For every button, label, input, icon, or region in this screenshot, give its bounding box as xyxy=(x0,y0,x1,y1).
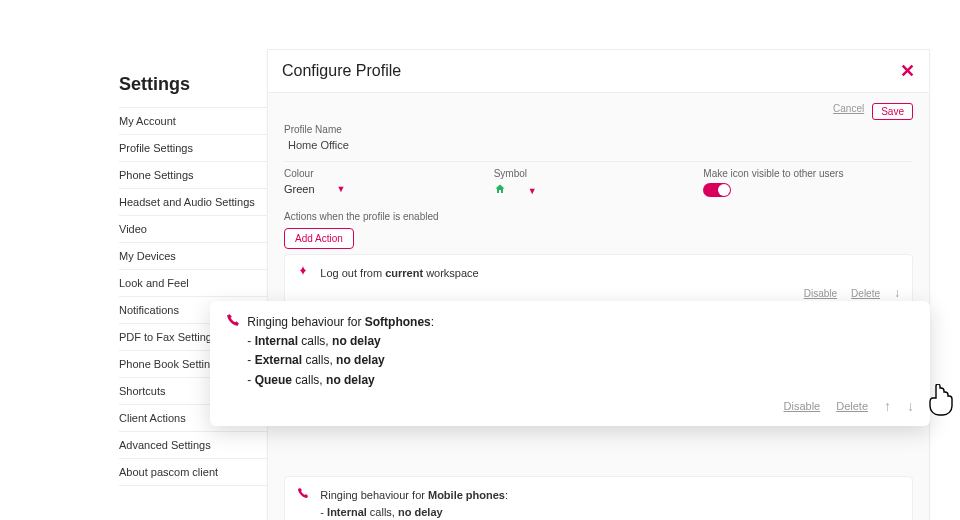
symbol-dropdown[interactable]: ▼ xyxy=(494,179,704,198)
phone-icon xyxy=(226,313,244,330)
dialog-header: Configure Profile ✕ xyxy=(268,50,929,93)
colour-dropdown[interactable]: Green ▼ xyxy=(284,179,494,195)
disable-link[interactable]: Disable xyxy=(804,288,837,299)
colour-value: Green xyxy=(284,183,315,195)
disable-link[interactable]: Disable xyxy=(784,400,821,412)
profile-name-input[interactable]: Home Office xyxy=(284,135,913,155)
chevron-down-icon: ▼ xyxy=(337,184,346,194)
delete-link[interactable]: Delete xyxy=(836,400,868,412)
settings-title: Settings xyxy=(119,74,269,95)
visibility-toggle[interactable] xyxy=(703,183,731,197)
visibility-label: Make icon visible to other users xyxy=(703,168,913,179)
settings-item[interactable]: Video xyxy=(119,216,269,243)
dialog-title: Configure Profile xyxy=(282,62,401,80)
settings-item[interactable]: Phone Settings xyxy=(119,162,269,189)
action-text: Ringing behaviour for Mobile phones: - I… xyxy=(320,487,508,520)
settings-item[interactable]: My Account xyxy=(119,108,269,135)
action-text: Log out from current workspace xyxy=(320,267,478,279)
settings-item[interactable]: Look and Feel xyxy=(119,270,269,297)
arrow-up-icon[interactable]: ↑ xyxy=(884,398,891,414)
settings-item[interactable]: Advanced Settings xyxy=(119,432,269,459)
configure-profile-dialog: Configure Profile ✕ Cancel Save Profile … xyxy=(267,49,930,520)
colour-label: Colour xyxy=(284,168,494,179)
logout-icon xyxy=(297,266,312,280)
settings-item[interactable]: Headset and Audio Settings xyxy=(119,189,269,216)
close-icon[interactable]: ✕ xyxy=(900,60,915,82)
action-card-mobile: Ringing behaviour for Mobile phones: - I… xyxy=(284,476,913,520)
settings-item[interactable]: Profile Settings xyxy=(119,135,269,162)
home-icon xyxy=(494,183,506,198)
action-text: Ringing behaviour for Softphones: - Inte… xyxy=(247,313,434,390)
symbol-label: Symbol xyxy=(494,168,704,179)
settings-item[interactable]: About pascom client xyxy=(119,459,269,486)
action-card-softphones-dragging[interactable]: Ringing behaviour for Softphones: - Inte… xyxy=(210,301,930,426)
add-action-button[interactable]: Add Action xyxy=(284,228,354,249)
arrow-down-icon[interactable]: ↓ xyxy=(894,286,900,300)
settings-item[interactable]: My Devices xyxy=(119,243,269,270)
phone-icon xyxy=(297,488,312,502)
arrow-down-icon[interactable]: ↓ xyxy=(907,398,914,414)
settings-list: My Account Profile Settings Phone Settin… xyxy=(119,107,269,486)
profile-name-label: Profile Name xyxy=(284,124,913,135)
cancel-link[interactable]: Cancel xyxy=(833,103,864,120)
delete-link[interactable]: Delete xyxy=(851,288,880,299)
chevron-down-icon: ▼ xyxy=(528,186,537,196)
cursor-pointer-icon xyxy=(928,384,952,414)
actions-section-label: Actions when the profile is enabled xyxy=(284,211,913,222)
save-button[interactable]: Save xyxy=(872,103,913,120)
